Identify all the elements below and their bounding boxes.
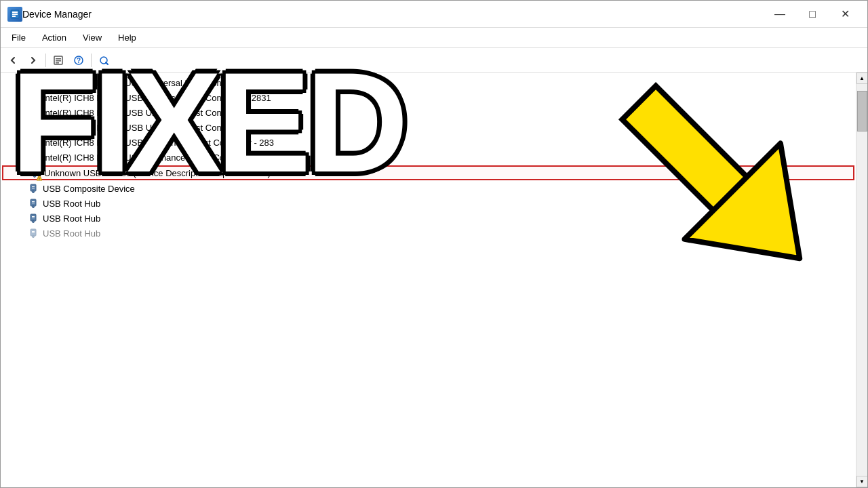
title-bar: Device Manager — □ ✕ [1, 1, 867, 28]
svg-rect-7 [56, 62, 59, 64]
svg-rect-6 [56, 60, 61, 62]
list-item[interactable]: Intel(R) ICH8 Family USB Universal Host … [1, 120, 856, 135]
device-label: Intel(R) ICH8 Family USB Universal Host … [43, 78, 271, 88]
scroll-down-button[interactable]: ▼ [856, 476, 868, 487]
svg-point-48 [33, 206, 35, 208]
svg-rect-32 [32, 155, 35, 156]
svg-rect-54 [32, 231, 35, 232]
svg-rect-1 [12, 12, 18, 13]
svg-point-56 [33, 236, 35, 238]
help-button[interactable]: ? [69, 51, 88, 70]
usb-icon [28, 152, 39, 163]
device-label: Intel(R) ICH8 Family USB2 Enhanced Host … [43, 152, 280, 163]
svg-rect-47 [32, 203, 35, 203]
list-item[interactable]: USB Composite Device [1, 181, 856, 196]
svg-rect-43 [32, 188, 35, 188]
usb-icon [28, 107, 39, 118]
svg-rect-21 [32, 112, 35, 113]
menu-file[interactable]: File [3, 30, 34, 45]
toolbar-separator-2 [91, 54, 92, 67]
window-title: Device Manager [22, 9, 764, 20]
device-tree: Intel(R) ICH8 Family USB Universal Host … [1, 73, 856, 243]
device-label: USB Root Hub [43, 199, 100, 209]
usb-icon [28, 198, 39, 209]
svg-rect-25 [32, 127, 35, 127]
maximize-button[interactable]: □ [797, 4, 828, 24]
svg-text:!: ! [39, 177, 40, 181]
list-item[interactable]: Intel(R) ICH8 Family USB Universal Host … [1, 75, 856, 90]
menu-action[interactable]: Action [34, 30, 75, 45]
window-controls: — □ ✕ [764, 4, 861, 24]
device-label: USB Composite Device [43, 184, 135, 194]
device-label: Intel(R) ICH8 Family USB Universal Host … [43, 93, 271, 103]
scan-button[interactable] [94, 51, 113, 70]
svg-point-22 [33, 115, 35, 117]
svg-text:?: ? [77, 57, 81, 64]
minimize-button[interactable]: — [764, 4, 795, 24]
unknown-usb-device-item[interactable]: ! Unknown USB Device (Device Descriptor … [2, 165, 854, 180]
device-label: Intel(R) ICH8 Family USB Universal Host … [43, 123, 271, 133]
svg-rect-36 [33, 171, 36, 171]
usb-icon [28, 77, 39, 88]
usb-icon [28, 122, 39, 133]
scroll-track[interactable] [856, 84, 868, 476]
svg-rect-3 [12, 16, 16, 17]
svg-rect-28 [32, 140, 35, 141]
device-label: Intel(R) ICH8 Family USB Universal Host … [43, 108, 271, 118]
list-item-usb-root-hub-2[interactable]: USB Root Hub [1, 211, 856, 226]
properties-button[interactable] [49, 51, 68, 70]
svg-point-44 [33, 191, 35, 193]
scroll-up-button[interactable]: ▲ [856, 73, 868, 84]
scrollbar[interactable]: ▲ ▼ [856, 73, 867, 487]
unknown-device-label: Unknown USB Device (Device Descriptor Re… [44, 168, 271, 178]
svg-rect-2 [12, 14, 18, 15]
svg-point-14 [33, 85, 35, 87]
list-item-usb-root-hub-3[interactable]: USB Root Hub [1, 226, 856, 241]
list-item[interactable]: Intel(R) ICH8 Family USB2 Enhanced Host … [1, 135, 856, 150]
usb-icon [28, 137, 39, 148]
menu-bar: File Action View Help [1, 28, 867, 48]
svg-rect-13 [32, 82, 35, 83]
forward-button[interactable] [24, 51, 43, 70]
usb-icon [28, 183, 39, 194]
svg-point-30 [33, 145, 35, 147]
usb-icon [28, 213, 39, 224]
toolbar-separator-1 [45, 54, 46, 67]
device-manager-window: Device Manager — □ ✕ File Action View He… [0, 0, 868, 488]
device-list: Intel(R) ICH8 Family USB Universal Host … [1, 73, 856, 487]
device-label: Intel(R) ICH8 Family USB2 Enhanced Host … [43, 138, 274, 148]
toolbar: ? [1, 48, 867, 73]
svg-point-26 [33, 130, 35, 132]
back-button[interactable] [3, 51, 22, 70]
usb-icon [28, 92, 39, 103]
svg-rect-12 [32, 81, 35, 81]
svg-rect-33 [32, 157, 35, 157]
svg-rect-51 [32, 218, 35, 218]
svg-point-52 [33, 221, 35, 223]
close-button[interactable]: ✕ [829, 4, 861, 24]
usb-warning-icon: ! [29, 167, 40, 178]
svg-point-34 [33, 160, 35, 162]
svg-rect-42 [32, 186, 35, 187]
scroll-thumb[interactable] [857, 91, 867, 131]
device-label: USB Root Hub [43, 214, 100, 224]
svg-rect-29 [32, 142, 35, 142]
list-item[interactable]: Intel(R) ICH8 Family USB2 Enhanced Host … [1, 150, 856, 165]
app-icon [7, 7, 22, 22]
menu-help[interactable]: Help [110, 30, 144, 45]
svg-rect-46 [32, 201, 35, 202]
svg-rect-24 [32, 125, 35, 126]
svg-rect-55 [32, 232, 35, 233]
svg-rect-16 [32, 96, 35, 96]
list-item[interactable]: Intel(R) ICH8 Family USB Universal Host … [1, 105, 856, 120]
device-label: USB Root Hub [43, 228, 100, 239]
svg-rect-5 [56, 58, 61, 60]
list-item[interactable]: Intel(R) ICH8 Family USB Universal Host … [1, 90, 856, 105]
main-content: Intel(R) ICH8 Family USB Universal Host … [1, 73, 867, 487]
list-item-usb-root-hub-1[interactable]: USB Root Hub [1, 196, 856, 211]
svg-rect-17 [32, 97, 35, 98]
menu-view[interactable]: View [75, 30, 110, 45]
svg-rect-50 [32, 216, 35, 217]
usb-icon [28, 228, 39, 239]
svg-point-18 [33, 100, 35, 102]
